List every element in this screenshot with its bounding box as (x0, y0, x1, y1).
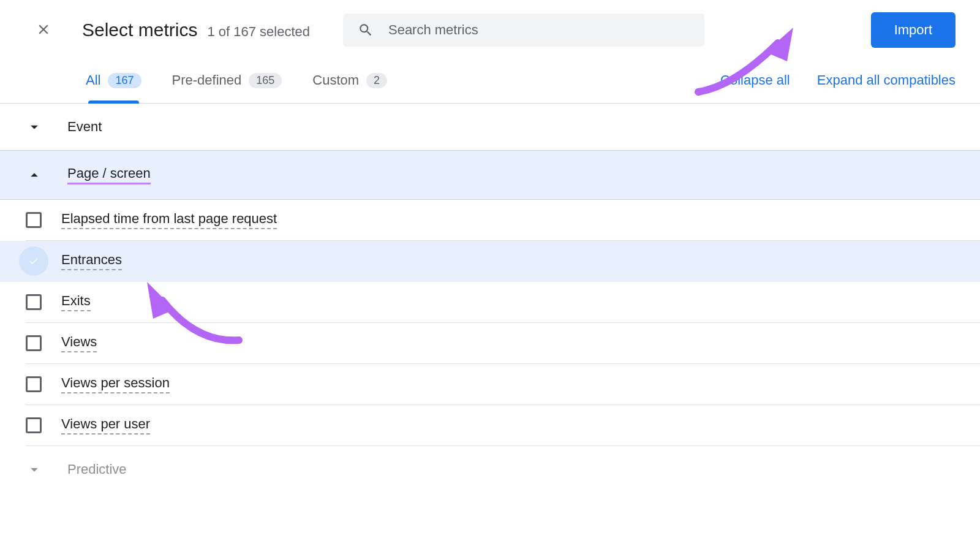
collapse-all-link[interactable]: Collapse all (720, 72, 790, 88)
expand-all-link[interactable]: Expand all compatibles (817, 72, 956, 88)
metric-name: Views (61, 334, 97, 352)
search-icon (358, 22, 374, 38)
tab-all[interactable]: All 167 (86, 72, 141, 103)
checkbox[interactable] (26, 335, 42, 351)
metric-name: Elapsed time from last page request (61, 211, 277, 229)
title-group: Select metrics 1 of 167 selected (82, 20, 310, 40)
import-button[interactable]: Import (871, 12, 956, 48)
tab-row: All 167 Pre-defined 165 Custom 2 Collaps… (0, 60, 980, 104)
search-box[interactable] (343, 13, 704, 47)
tab-label: Pre-defined (172, 72, 242, 88)
selection-count: 1 of 167 selected (207, 24, 310, 40)
chevron-up-icon (26, 167, 43, 184)
tab-label: Custom (312, 72, 359, 88)
metric-name: Entrances (61, 252, 122, 270)
section-predictive[interactable]: Predictive (0, 446, 980, 493)
metric-row[interactable]: Elapsed time from last page request (26, 200, 980, 241)
section-title: Page / screen (67, 165, 151, 184)
check-icon (28, 256, 39, 267)
metric-name: Views per user (61, 416, 150, 435)
metric-row[interactable]: Entrances (0, 241, 980, 282)
checkbox[interactable] (26, 294, 42, 310)
dialog-title: Select metrics (82, 20, 197, 40)
checkbox[interactable] (26, 417, 42, 433)
metric-list: Elapsed time from last page request Entr… (0, 200, 980, 446)
metric-row[interactable]: Views per session (26, 364, 980, 405)
tab-badge: 2 (366, 73, 387, 88)
checkbox[interactable] (26, 253, 42, 269)
metric-name: Exits (61, 293, 91, 311)
tab-custom[interactable]: Custom 2 (312, 72, 387, 103)
close-button[interactable] (31, 17, 56, 44)
tab-label: All (86, 72, 100, 88)
search-input[interactable] (388, 22, 690, 38)
section-page-screen[interactable]: Page / screen (0, 150, 980, 200)
checkbox[interactable] (26, 376, 42, 392)
tab-predefined[interactable]: Pre-defined 165 (172, 72, 282, 103)
chevron-down-icon (26, 118, 43, 135)
metric-row[interactable]: Exits (26, 282, 980, 323)
tab-badge: 167 (108, 73, 141, 88)
chevron-down-icon (26, 461, 43, 478)
section-event[interactable]: Event (0, 104, 980, 150)
metric-row[interactable]: Views per user (26, 405, 980, 446)
action-links: Collapse all Expand all compatibles (720, 72, 956, 103)
metric-row[interactable]: Views (26, 323, 980, 364)
checkbox[interactable] (26, 212, 42, 228)
close-icon (36, 21, 51, 37)
section-title: Predictive (67, 461, 127, 477)
tab-badge: 165 (249, 73, 282, 88)
metric-name: Views per session (61, 375, 170, 393)
dialog-header: Select metrics 1 of 167 selected Import (0, 0, 980, 60)
section-title: Event (67, 119, 102, 135)
